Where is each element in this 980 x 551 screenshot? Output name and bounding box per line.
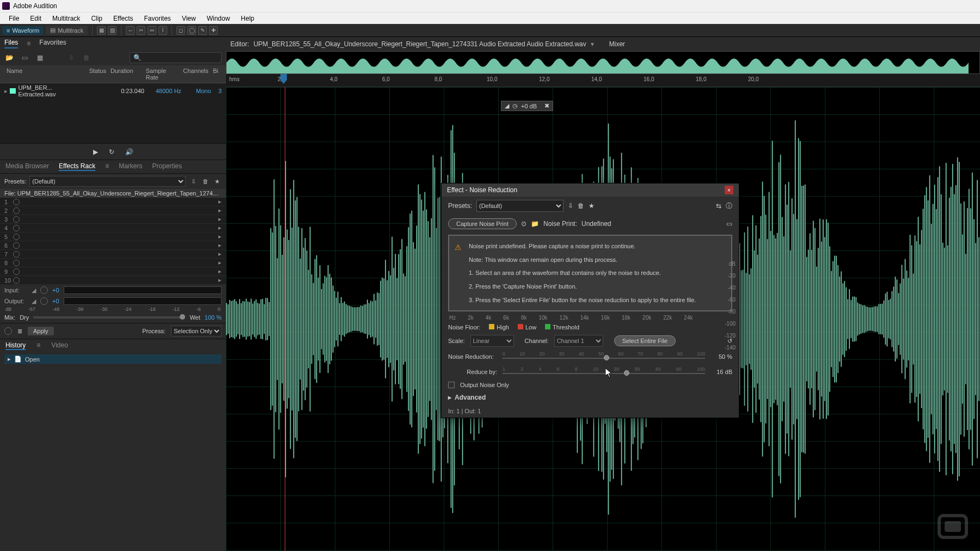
process-select[interactable]: Selection Only [171, 326, 222, 336]
tool-pitch-icon[interactable]: ▨ [108, 26, 117, 35]
open-file-icon[interactable]: 📂 [4, 53, 14, 63]
favorite-icon[interactable]: ★ [213, 178, 222, 185]
chevron-right-icon[interactable]: ▸ [218, 233, 222, 240]
chevron-right-icon[interactable]: ▸ [218, 250, 222, 258]
fx-slot[interactable]: 2▸ [0, 206, 226, 215]
col-status[interactable]: Status [87, 66, 108, 82]
menu-window[interactable]: Window [201, 15, 236, 22]
power-icon[interactable] [13, 260, 20, 266]
capture-noise-print-button[interactable]: Capture Noise Print [448, 218, 517, 229]
new-multitrack-icon[interactable]: ▦ [35, 53, 45, 63]
delete-preset-icon[interactable]: 🗑 [201, 178, 210, 185]
autoplay-icon[interactable]: 🔊 [125, 148, 133, 156]
close-icon[interactable]: × [725, 186, 733, 194]
graph-toggle-icon[interactable]: ▭ [726, 220, 732, 228]
power-icon[interactable] [13, 225, 20, 231]
tool-brush-icon[interactable]: ✎ [198, 26, 207, 35]
chevron-right-icon[interactable]: ▸ [218, 224, 222, 231]
chevron-right-icon[interactable]: ▸ [218, 216, 222, 223]
power-icon[interactable] [13, 268, 20, 275]
fx-slot[interactable]: 8▸ [0, 259, 226, 267]
fx-slot[interactable]: 4▸ [0, 224, 226, 232]
nr-slider[interactable]: 0 10 20 30 40 50 60 70 80 90 100 [503, 351, 705, 362]
fx-slot[interactable]: 1▸ [0, 198, 226, 206]
fx-slot[interactable]: 7▸ [0, 250, 226, 259]
save-preset-icon[interactable]: ⇩ [189, 178, 198, 185]
delete-preset-icon[interactable]: 🗑 [578, 202, 584, 210]
history-item[interactable]: ▸ 📄 Open [4, 354, 222, 364]
channel-map-icon[interactable]: ⇆ [716, 202, 721, 210]
fx-slot[interactable]: 3▸ [0, 215, 226, 224]
fx-slot[interactable]: 9▸ [0, 267, 226, 276]
slider-thumb[interactable] [624, 370, 629, 376]
fx-slot[interactable]: 5▸ [0, 232, 226, 241]
menu-help[interactable]: Help [235, 15, 260, 22]
tool-marquee-icon[interactable]: ◻ [176, 26, 185, 35]
playhead[interactable] [280, 74, 287, 84]
tab-properties[interactable]: Properties [152, 162, 182, 171]
power-icon[interactable] [13, 251, 20, 258]
power-icon[interactable] [13, 207, 20, 214]
col-duration[interactable]: Duration [108, 66, 144, 82]
col-samplerate[interactable]: Sample Rate [144, 66, 181, 82]
dialog-presets-select[interactable]: (Default) [476, 200, 564, 212]
menu-edit[interactable]: Edit [24, 15, 47, 22]
chevron-right-icon[interactable]: ▸ [218, 259, 222, 266]
loop-icon[interactable]: ↻ [109, 148, 114, 156]
rack-power-icon[interactable] [4, 327, 12, 335]
file-row[interactable]: ▸ UPM_BER... Extracted.wav 0:23.040 4800… [0, 83, 226, 99]
scale-select[interactable]: Linear [470, 335, 514, 347]
menu-effects[interactable]: Effects [108, 15, 138, 22]
tool-move-icon[interactable]: ↔ [126, 26, 134, 35]
hamburger-icon[interactable]: ≡ [105, 162, 109, 171]
rb-slider[interactable]: 1 2 4 6 8 10 20 30 40 60 100 [503, 366, 705, 377]
menu-favorites[interactable]: Favorites [139, 15, 176, 22]
power-icon[interactable] [13, 242, 20, 249]
timeline[interactable]: hms 2,0 4,0 6,0 8,0 10,0 12,0 14,0 16,0 … [226, 74, 980, 87]
mode-waveform[interactable]: ≡ Waveform [2, 26, 44, 35]
new-file-icon[interactable]: ▭ [20, 53, 29, 63]
tool-razor-icon[interactable]: ✂ [137, 26, 145, 35]
chevron-right-icon[interactable]: ▸ [218, 268, 222, 275]
tab-media-browser[interactable]: Media Browser [5, 162, 49, 171]
power-icon[interactable] [13, 277, 20, 284]
menu-view[interactable]: View [176, 15, 201, 22]
menu-clip[interactable]: Clip [85, 15, 108, 22]
channel-select[interactable]: Channel 1 [554, 335, 603, 347]
mode-multitrack[interactable]: ▤ Multitrack [46, 26, 88, 35]
play-icon[interactable]: ▶ [93, 148, 98, 156]
editor-menu-icon[interactable]: ▾ [591, 40, 594, 48]
hamburger-icon[interactable]: ≡ [27, 40, 30, 47]
knob-icon[interactable] [40, 286, 48, 294]
chevron-right-icon[interactable]: ▸ [218, 242, 222, 249]
slider-thumb[interactable] [604, 355, 609, 360]
tool-slip-icon[interactable]: ⇔ [148, 26, 156, 35]
tab-effects-rack[interactable]: Effects Rack [59, 162, 95, 171]
menu-multitrack[interactable]: Multitrack [47, 15, 85, 22]
slider-thumb[interactable] [180, 314, 185, 320]
output-noise-checkbox[interactable] [448, 382, 455, 388]
tab-favorites[interactable]: Favorites [39, 39, 66, 48]
tab-markers[interactable]: Markers [119, 162, 142, 171]
tab-history[interactable]: History [5, 341, 26, 350]
chevron-right-icon[interactable]: ▸ [218, 198, 222, 205]
folder-icon[interactable]: 📁 [531, 220, 539, 228]
advanced-toggle[interactable]: ▸ Advanced [442, 390, 739, 405]
power-icon[interactable] [13, 216, 20, 223]
col-bit[interactable]: Bi [211, 66, 222, 82]
select-entire-file-button[interactable]: Select Entire File [614, 335, 676, 346]
presets-select[interactable]: (Default) [29, 176, 186, 187]
favorite-icon[interactable]: ★ [589, 202, 595, 210]
power-icon[interactable] [13, 234, 20, 240]
menu-file[interactable]: File [3, 15, 24, 22]
trash-icon[interactable]: 🗑 [82, 53, 91, 63]
fx-slot[interactable]: 6▸ [0, 241, 226, 250]
record-icon[interactable]: ⊙ [521, 220, 526, 228]
col-channels[interactable]: Channels [181, 66, 211, 82]
dialog-title-bar[interactable]: Effect - Noise Reduction × [442, 183, 739, 197]
tool-spectral-icon[interactable]: ▦ [97, 26, 106, 35]
knob-icon[interactable] [40, 297, 48, 305]
tool-lasso-icon[interactable]: ◯ [187, 26, 196, 35]
gain-hud[interactable]: ◢ ◷ +0 dB ✖ [501, 101, 553, 111]
files-search[interactable]: 🔍 [130, 52, 222, 63]
